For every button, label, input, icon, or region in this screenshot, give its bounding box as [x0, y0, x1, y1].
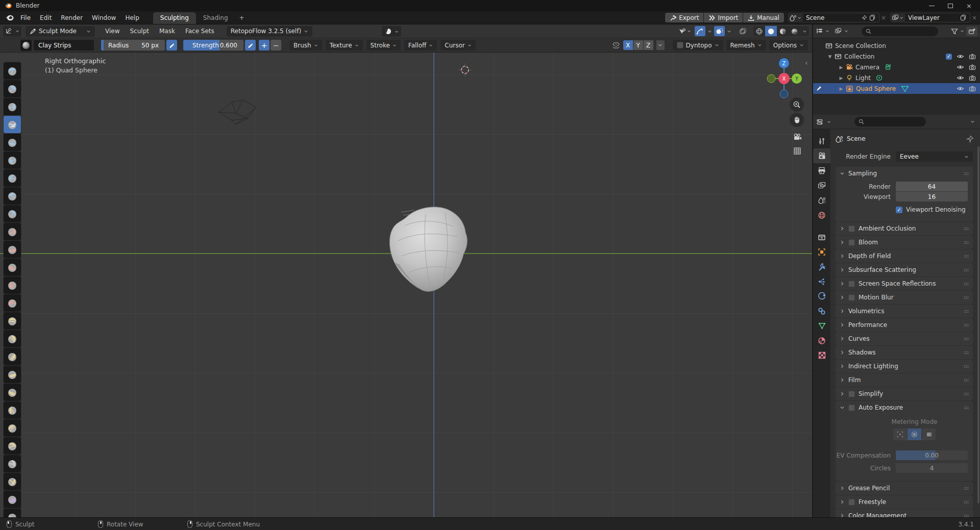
properties-editor-icon[interactable] [816, 118, 824, 125]
gizmo-axis-z[interactable]: Z [779, 58, 789, 68]
xray-toggle[interactable] [714, 26, 725, 36]
panel-grip[interactable] [964, 227, 969, 231]
properties-tab-output[interactable] [813, 163, 830, 178]
editor-type-button[interactable] [3, 26, 21, 37]
properties-tab-world[interactable] [813, 208, 830, 222]
properties-tab-view-layer[interactable] [813, 178, 830, 193]
navigation-gizmo[interactable]: Z Y X [765, 55, 803, 103]
tool-blob[interactable] [4, 187, 21, 205]
toggle-projection-button[interactable] [790, 144, 804, 158]
falloff-menu[interactable]: Falloff [404, 40, 437, 51]
auto-exposure-checkbox[interactable] [848, 405, 855, 411]
remesh-menu[interactable]: Remesh [726, 40, 766, 51]
view-layer-browse-button[interactable] [890, 13, 905, 22]
panel-performance[interactable]: Performance [836, 318, 973, 332]
menu-edit[interactable]: Edit [35, 13, 56, 23]
brush-add-button[interactable]: + [259, 40, 270, 51]
tool-clay[interactable] [4, 98, 21, 115]
tool-scrape[interactable] [4, 276, 21, 294]
new-scene-icon[interactable] [869, 14, 876, 21]
properties-search-input[interactable] [854, 117, 926, 127]
tool-elastic-deform[interactable] [4, 348, 21, 365]
symmetry-z-toggle[interactable]: Z [644, 40, 653, 50]
panel-simplify[interactable]: Simplify [836, 387, 973, 400]
render-engine-dropdown[interactable]: Eevee [896, 152, 973, 162]
tool-draw[interactable] [4, 62, 21, 80]
maximize-icon[interactable] [948, 4, 953, 8]
viewport-menu-face-sets[interactable]: Face Sets [180, 26, 219, 36]
chevron-down-icon[interactable] [727, 29, 731, 34]
viewport-menu-mask[interactable]: Mask [154, 26, 180, 36]
metering-spot-button[interactable] [893, 428, 907, 440]
properties-tab-constraints[interactable] [813, 304, 830, 318]
tool-clay-thumb[interactable] [4, 134, 21, 151]
gizmo-axis-x[interactable]: X [778, 73, 790, 84]
tool-thumb[interactable] [4, 384, 21, 401]
gizmo-axis-neg-z[interactable] [780, 90, 788, 98]
scene-browse-button[interactable] [788, 13, 803, 22]
expander-icon[interactable]: ▶ [839, 65, 844, 70]
tool-smooth[interactable] [4, 223, 21, 240]
circles-field[interactable]: 4 [896, 463, 968, 473]
tool-multi-plane-scrape[interactable] [4, 294, 21, 312]
panel-grip[interactable] [964, 392, 969, 396]
bloom-checkbox[interactable] [848, 239, 855, 246]
panel-screen-space-reflections[interactable]: Screen Space Reflections [836, 277, 973, 290]
display-mode-icon[interactable] [835, 28, 842, 35]
brush-thumbnail[interactable] [20, 40, 32, 51]
tool-inflate[interactable] [4, 169, 21, 187]
panel-grip[interactable] [964, 255, 969, 258]
tool-flatten[interactable] [4, 241, 21, 258]
new-collection-icon[interactable] [966, 27, 977, 36]
disable-in-render-icon[interactable] [969, 64, 976, 70]
ambient-occlusion-checkbox[interactable] [848, 225, 855, 232]
hide-in-viewport-icon[interactable] [957, 54, 964, 59]
properties-scrollbar[interactable] [977, 146, 979, 503]
symmetry-y-toggle[interactable]: Y [633, 40, 643, 50]
panel-grip[interactable] [964, 172, 969, 175]
properties-tab-render[interactable] [813, 148, 830, 163]
panel-grip[interactable] [964, 323, 969, 327]
menu-help[interactable]: Help [120, 13, 143, 23]
gizmo-axis-neg-y[interactable] [767, 74, 775, 83]
brush-name-field[interactable]: Clay Strips [34, 40, 94, 51]
shading-sphere-dropdown[interactable] [382, 26, 401, 37]
ev-compensation-slider[interactable]: 0.00 [896, 450, 968, 460]
panel-grip[interactable] [964, 500, 969, 504]
properties-tab-scene[interactable] [813, 193, 830, 208]
tool-clay-strips[interactable] [4, 116, 21, 133]
tool-slide-relax[interactable] [4, 455, 21, 472]
panel-shadows[interactable]: Shadows [836, 346, 973, 359]
metering-scene-average-button[interactable] [922, 428, 936, 440]
panel-grip[interactable] [964, 378, 969, 382]
panel-grip[interactable] [964, 296, 969, 299]
new-view-layer-icon[interactable] [960, 14, 967, 21]
metering-center-weighted-button[interactable] [908, 428, 921, 440]
radius-slider[interactable]: Radius 50 px [101, 40, 165, 51]
tool-mesh-filter[interactable] [4, 509, 21, 517]
outliner-row-camera[interactable]: ▶ Camera [813, 62, 980, 72]
blender-menu-icon[interactable] [5, 14, 14, 21]
hide-in-viewport-icon[interactable] [957, 75, 964, 81]
screen-space-reflections-checkbox[interactable] [848, 281, 855, 287]
shading-wireframe-button[interactable] [753, 26, 765, 36]
hide-in-viewport-icon[interactable] [957, 86, 964, 91]
tool-pose[interactable] [4, 401, 21, 419]
minimize-icon[interactable] [929, 6, 935, 6]
tool-draw-sharp[interactable] [4, 80, 21, 97]
panel-freestyle[interactable]: Freestyle [836, 495, 973, 509]
pin-icon[interactable] [966, 135, 974, 143]
strength-slider[interactable]: Strength 0.600 [183, 40, 243, 51]
panel-ambient-occlusion[interactable]: Ambient Occlusion [836, 222, 973, 235]
panel-film[interactable]: Film [836, 373, 973, 387]
outliner-row-light[interactable]: ▶ Light [813, 72, 980, 83]
outliner-row-collection[interactable]: ▼ Collection ✓ [813, 51, 980, 62]
properties-options-chevron[interactable] [970, 119, 975, 124]
panel-auto-exposure-header[interactable]: Auto Exposure [836, 401, 973, 414]
panel-curves[interactable]: Curves [836, 332, 973, 345]
outliner-editor-icon[interactable] [816, 28, 823, 35]
sculpted-mesh[interactable] [377, 203, 485, 298]
viewport-denoising-checkbox[interactable]: ✓ [896, 207, 902, 213]
shading-solid-button[interactable] [765, 26, 777, 36]
show-overlays-toggle[interactable] [695, 26, 705, 36]
